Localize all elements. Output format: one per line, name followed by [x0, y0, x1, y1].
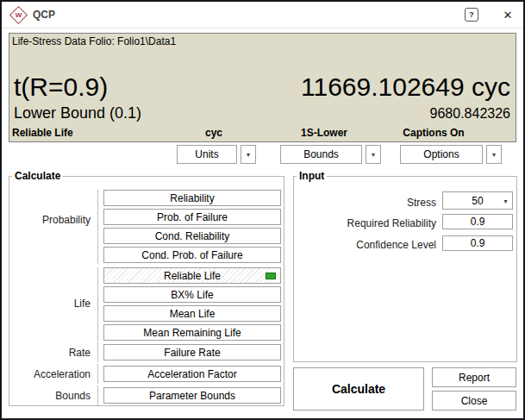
section-label-acceleration: Acceleration — [9, 368, 91, 380]
help-button[interactable]: ? — [464, 7, 479, 22]
acceleration-factor-button[interactable]: Acceleration Factor — [103, 366, 281, 382]
units-dropdown-button[interactable]: ▼ — [241, 145, 256, 164]
reliability-button[interactable]: Reliability — [103, 190, 281, 206]
prob-of-failure-button[interactable]: Prob. of Failure — [103, 209, 281, 225]
section-divider — [97, 342, 98, 362]
stress-value: 50 — [472, 195, 483, 207]
section-divider — [97, 386, 98, 405]
required-reliability-field[interactable] — [442, 214, 513, 229]
calculate-button[interactable]: Calculate — [293, 367, 424, 411]
options-button[interactable]: Options — [400, 145, 483, 164]
qcp-window: W QCP ? ✕ Life-Stress Data Folio: Folio1… — [0, 0, 525, 420]
metric-label: t(R=0.9) — [14, 72, 108, 103]
close-button[interactable]: ✕ — [500, 7, 516, 22]
title-bar: W QCP ? ✕ — [2, 2, 523, 28]
calculate-group-title: Calculate — [12, 170, 63, 182]
failure-rate-button[interactable]: Failure Rate — [103, 344, 281, 360]
parameter-bounds-button[interactable]: Parameter Bounds — [103, 387, 281, 404]
chevron-down-icon: ▼ — [246, 152, 252, 158]
close-icon: ✕ — [503, 9, 513, 22]
section-label-life: Life — [9, 298, 91, 310]
section-label-rate: Rate — [9, 347, 91, 359]
section-divider — [97, 190, 98, 264]
options-dropdown-button[interactable]: ▼ — [486, 145, 502, 164]
caption-options: Captions On — [403, 127, 464, 139]
section-divider — [97, 267, 98, 342]
confidence-level-label: Confidence Level — [300, 239, 436, 251]
bound-label: Lower Bound (0.1) — [14, 104, 141, 122]
help-icon: ? — [465, 8, 478, 22]
chevron-down-icon: ▼ — [503, 198, 509, 204]
units-button[interactable]: Units — [177, 145, 237, 164]
reliable-life-label: Reliable Life — [164, 270, 221, 282]
section-label-probability: Probability — [9, 214, 91, 226]
bounds-dropdown-button[interactable]: ▼ — [366, 145, 381, 164]
stress-label: Stress — [300, 197, 436, 209]
results-header: Life-Stress Data Folio: Folio1\Data1 — [12, 35, 176, 47]
cond-prob-of-failure-button[interactable]: Cond. Prob. of Failure — [103, 247, 281, 263]
bx-life-button[interactable]: BX% Life — [103, 286, 281, 303]
section-label-bounds: Bounds — [9, 390, 91, 402]
cond-reliability-button[interactable]: Cond. Reliability — [103, 228, 281, 244]
stress-combo[interactable]: 50 ▼ — [442, 191, 513, 210]
required-reliability-label: Required Reliability — [300, 217, 436, 229]
caption-units: cyc — [205, 127, 222, 139]
window-title: QCP — [33, 9, 55, 21]
bound-value: 9680.842326 — [430, 106, 510, 122]
mean-life-button[interactable]: Mean Life — [103, 305, 281, 322]
input-group-title: Input — [297, 170, 327, 182]
chevron-down-icon: ▼ — [491, 152, 497, 158]
mean-remaining-life-button[interactable]: Mean Remaining Life — [103, 324, 281, 341]
selected-indicator — [266, 273, 276, 279]
close-dialog-button[interactable]: Close — [432, 391, 516, 411]
results-panel: Life-Stress Data Folio: Folio1\Data1 t(R… — [9, 33, 516, 142]
chevron-down-icon: ▼ — [371, 152, 377, 158]
app-logo-icon: W — [9, 6, 28, 24]
caption-result-type: Reliable Life — [12, 127, 73, 139]
confidence-level-field[interactable] — [442, 235, 513, 251]
caption-bounds: 1S-Lower — [301, 127, 347, 139]
reliable-life-button[interactable]: Reliable Life — [103, 267, 281, 284]
metric-value: 11669.102649 cyc — [301, 72, 510, 103]
section-divider — [97, 364, 98, 384]
app-logo-letter: W — [13, 9, 24, 21]
bounds-button[interactable]: Bounds — [280, 145, 362, 164]
report-button[interactable]: Report — [432, 367, 516, 387]
